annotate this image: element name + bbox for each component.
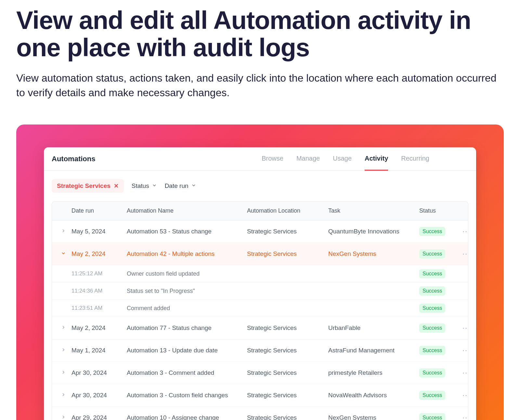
cell-name: Automation 13 - Update due date xyxy=(127,347,247,354)
col-name: Automation Name xyxy=(127,207,247,214)
cell-date: Apr 30, 2024 xyxy=(72,392,127,399)
subrow-time: 11:24:36 AM xyxy=(72,288,127,294)
cell-date: May 2, 2024 xyxy=(72,250,127,257)
chevron-down-icon xyxy=(191,182,196,190)
chevron-right-icon[interactable] xyxy=(55,347,72,354)
cell-status: Success xyxy=(419,368,458,377)
subrow-time: 11:23:51 AM xyxy=(72,305,127,311)
cell-task: primestyle Retailers xyxy=(328,369,419,376)
cell-location: Strategic Services xyxy=(247,392,328,399)
col-task: Task xyxy=(328,207,419,214)
cell-location: Strategic Services xyxy=(247,347,328,354)
cell-task: NexGen Systems xyxy=(328,250,419,257)
cell-name: Automation 10 - Assignee change xyxy=(127,414,247,420)
table-row[interactable]: May 2, 2024Automation 42 - Multiple acti… xyxy=(52,243,468,265)
more-icon[interactable]: ··· xyxy=(458,250,468,258)
cell-name: Automation 3 - Custom field changes xyxy=(127,392,247,399)
cell-status: Success xyxy=(419,413,458,420)
col-location: Automation Location xyxy=(247,207,328,214)
tab-browse[interactable]: Browse xyxy=(262,148,283,171)
cell-date: May 1, 2024 xyxy=(72,347,127,354)
cell-name: Automation 77 - Status change xyxy=(127,324,247,332)
table-row[interactable]: May 5, 2024Automation 53 - Status change… xyxy=(52,220,468,243)
tab-recurring[interactable]: Recurring xyxy=(401,148,429,171)
cell-date: Apr 29, 2024 xyxy=(72,414,127,420)
col-status: Status xyxy=(419,207,458,214)
more-icon[interactable]: ··· xyxy=(458,227,468,236)
status-badge: Success xyxy=(419,323,445,333)
app-title: Automations xyxy=(52,155,95,163)
subrow-time: 11:25:12 AM xyxy=(72,270,127,277)
chevron-right-icon[interactable] xyxy=(55,414,72,420)
table-row[interactable]: May 2, 2024Automation 77 - Status change… xyxy=(52,317,468,339)
tabs: BrowseManageUsageActivityRecurring xyxy=(262,147,429,170)
chevron-right-icon[interactable] xyxy=(55,325,72,332)
filter-chip-location[interactable]: Strategic Services ✕ xyxy=(52,179,124,193)
more-icon[interactable]: ··· xyxy=(458,391,468,400)
filter-date-run[interactable]: Date run xyxy=(165,182,196,190)
filters-bar: Strategic Services ✕ Status Date run xyxy=(44,171,476,201)
table-subrow: 11:25:12 AMOwner custom field updatedSuc… xyxy=(52,265,468,282)
cell-name: Automation 3 - Comment added xyxy=(127,369,247,376)
table-row[interactable]: Apr 29, 2024Automation 10 - Assignee cha… xyxy=(52,407,468,420)
table-subrow: 11:23:51 AMComment addedSuccess xyxy=(52,300,468,317)
close-icon[interactable]: ✕ xyxy=(114,182,119,190)
page-subtitle: View automation status, actions taken, a… xyxy=(16,71,504,100)
activity-table: Date run Automation Name Automation Loca… xyxy=(52,201,468,420)
cell-task: AstraFund Management xyxy=(328,347,419,354)
cell-date: May 2, 2024 xyxy=(72,324,127,332)
app-header: Automations BrowseManageUsageActivityRec… xyxy=(44,147,476,171)
chevron-right-icon[interactable] xyxy=(55,228,72,235)
cell-status: Success xyxy=(419,286,458,295)
cell-status: Success xyxy=(419,323,458,333)
tab-activity[interactable]: Activity xyxy=(365,148,388,171)
status-badge: Success xyxy=(419,269,445,278)
screenshot-frame: Automations BrowseManageUsageActivityRec… xyxy=(16,125,504,420)
filter-chip-label: Strategic Services xyxy=(57,182,110,190)
table-row[interactable]: May 1, 2024Automation 13 - Update due da… xyxy=(52,339,468,362)
tab-usage[interactable]: Usage xyxy=(333,148,352,171)
status-badge: Success xyxy=(419,391,445,400)
cell-location: Strategic Services xyxy=(247,324,328,332)
status-badge: Success xyxy=(419,368,445,377)
filter-status-label: Status xyxy=(132,182,149,190)
cell-location: Strategic Services xyxy=(247,250,328,257)
more-icon[interactable]: ··· xyxy=(458,413,468,420)
chevron-right-icon[interactable] xyxy=(55,370,72,376)
cell-date: May 5, 2024 xyxy=(72,228,127,235)
cell-location: Strategic Services xyxy=(247,369,328,376)
subrow-action: Status set to "In Progress" xyxy=(127,288,247,295)
cell-date: Apr 30, 2024 xyxy=(72,369,127,376)
cell-name: Automation 53 - Status change xyxy=(127,228,247,235)
status-badge: Success xyxy=(419,286,445,295)
status-badge: Success xyxy=(419,304,445,313)
subrow-action: Comment added xyxy=(127,305,247,312)
app-window: Automations BrowseManageUsageActivityRec… xyxy=(44,147,476,420)
filter-date-label: Date run xyxy=(165,182,188,190)
cell-task: UrbanFable xyxy=(328,324,419,332)
table-row[interactable]: Apr 30, 2024Automation 3 - Custom field … xyxy=(52,384,468,407)
filter-status[interactable]: Status xyxy=(132,182,157,190)
chevron-down-icon xyxy=(152,182,157,190)
more-icon[interactable]: ··· xyxy=(458,346,468,355)
cell-status: Success xyxy=(419,227,458,236)
cell-status: Success xyxy=(419,304,458,313)
table-subrow: 11:24:36 AMStatus set to "In Progress"Su… xyxy=(52,282,468,300)
more-icon[interactable]: ··· xyxy=(458,369,468,377)
subrow-action: Owner custom field updated xyxy=(127,270,247,277)
col-date: Date run xyxy=(72,207,127,214)
status-badge: Success xyxy=(419,346,445,355)
chevron-right-icon[interactable] xyxy=(55,392,72,399)
chevron-down-icon[interactable] xyxy=(55,251,72,257)
cell-task: NovaWealth Advisors xyxy=(328,392,419,399)
status-badge: Success xyxy=(419,249,445,258)
cell-status: Success xyxy=(419,249,458,258)
cell-status: Success xyxy=(419,346,458,355)
cell-status: Success xyxy=(419,391,458,400)
status-badge: Success xyxy=(419,227,445,236)
tab-manage[interactable]: Manage xyxy=(296,148,320,171)
cell-location: Strategic Services xyxy=(247,228,328,235)
more-icon[interactable]: ··· xyxy=(458,324,468,332)
page-title: View and edit all Automation activity in… xyxy=(16,7,504,61)
table-row[interactable]: Apr 30, 2024Automation 3 - Comment added… xyxy=(52,362,468,384)
